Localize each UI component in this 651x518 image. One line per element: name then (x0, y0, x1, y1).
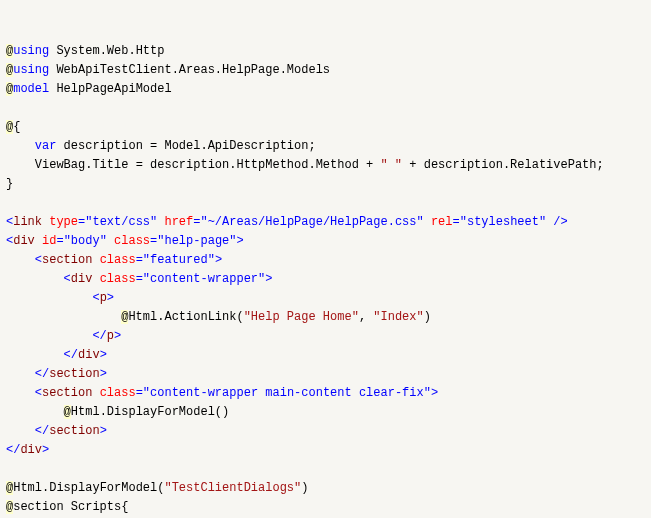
string: "TestClientDialogs" (164, 481, 301, 495)
attr: rel (431, 215, 453, 229)
attr: class (100, 272, 136, 286)
attr: class (100, 386, 136, 400)
code-line: } (6, 177, 13, 191)
section-decl: section Scripts{ (13, 500, 128, 514)
code-line: var description = Model.ApiDescription; (6, 139, 316, 153)
code-line: <div id="body" class="help-page"> (6, 234, 244, 248)
razor-at: @ (64, 405, 71, 419)
statement: description = Model.ApiDescription; (56, 139, 315, 153)
tag-name: div (13, 234, 35, 248)
model-type: HelpPageApiModel (56, 82, 171, 96)
attr-value: "stylesheet" (460, 215, 546, 229)
tag-name: div (20, 443, 42, 457)
code-block: @using System.Web.Http @using WebApiTest… (6, 42, 645, 518)
attr: class (100, 253, 136, 267)
attr: type (49, 215, 78, 229)
attr-value: "featured" (143, 253, 215, 267)
attr: class (114, 234, 150, 248)
code-line: </section> (6, 424, 107, 438)
tag-name: section (49, 367, 99, 381)
code-line: <div class="content-wrapper"> (6, 272, 272, 286)
attr-value: "text/css" (85, 215, 157, 229)
tag-name: p (100, 291, 107, 305)
string: " " (380, 158, 402, 172)
code-line: </div> (6, 348, 107, 362)
attr-value: "~/Areas/HelpPage/HelpPage.css" (200, 215, 423, 229)
code-line: @model HelpPageApiModel (6, 82, 172, 96)
code-line: @section Scripts{ (6, 500, 128, 514)
tag-name: p (107, 329, 114, 343)
tag-name: section (49, 424, 99, 438)
code-line: <link type="text/css" href="~/Areas/Help… (6, 215, 568, 229)
code-line: <section class="featured"> (6, 253, 222, 267)
html-helper: Html (13, 481, 42, 495)
attr-value: "help-page" (157, 234, 236, 248)
html-helper: Html (71, 405, 100, 419)
keyword: using (13, 63, 49, 77)
code-line: </div> (6, 443, 49, 457)
attr-value: "content-wrapper main-content clear-fix" (143, 386, 431, 400)
attr-value: "body" (64, 234, 107, 248)
code-line: @Html.DisplayForModel() (6, 405, 229, 419)
keyword: using (13, 44, 49, 58)
code-line: @Html.ActionLink("Help Page Home", "Inde… (6, 310, 431, 324)
namespace: WebApiTestClient.Areas.HelpPage.Models (56, 63, 330, 77)
attr: href (164, 215, 193, 229)
namespace: System.Web.Http (56, 44, 164, 58)
code-line: @{ (6, 120, 20, 134)
html-helper: Html (128, 310, 157, 324)
statement: + description.RelativePath; (402, 158, 604, 172)
code-line: @using System.Web.Http (6, 44, 164, 58)
method: .DisplayForModel( (42, 481, 164, 495)
attr: id (42, 234, 56, 248)
statement: ViewBag.Title = description.HttpMethod.M… (35, 158, 381, 172)
code-line: <section class="content-wrapper main-con… (6, 386, 438, 400)
code-line: @using WebApiTestClient.Areas.HelpPage.M… (6, 63, 330, 77)
keyword: var (35, 139, 57, 153)
brace: { (13, 120, 20, 134)
code-line: ViewBag.Title = description.HttpMethod.M… (6, 158, 604, 172)
tag-name: section (42, 253, 92, 267)
tag-name: section (42, 386, 92, 400)
string: "Help Page Home" (244, 310, 359, 324)
code-line: </section> (6, 367, 107, 381)
tag-name: link (13, 215, 42, 229)
string: "Index" (373, 310, 423, 324)
angle-bracket: /> (546, 215, 568, 229)
tag-name: div (71, 272, 93, 286)
tag-name: div (78, 348, 100, 362)
method: .ActionLink( (157, 310, 243, 324)
method: .DisplayForModel() (100, 405, 230, 419)
code-line: </p> (6, 329, 121, 343)
code-line: @Html.DisplayForModel("TestClientDialogs… (6, 481, 308, 495)
code-line: <p> (6, 291, 114, 305)
keyword: model (13, 82, 49, 96)
attr-value: "content-wrapper" (143, 272, 265, 286)
